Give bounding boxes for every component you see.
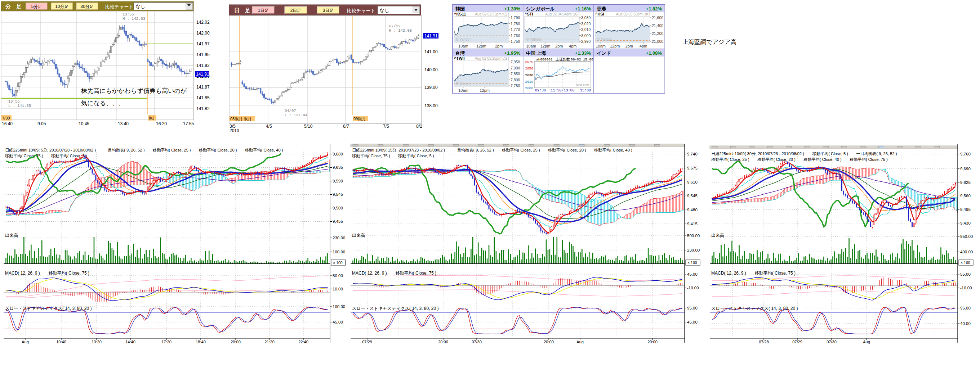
svg-text:13:55: 13:55: [123, 12, 134, 17]
svg-text:2日足: 2日足: [290, 8, 302, 13]
svg-text:+1.16%: +1.16%: [575, 6, 591, 11]
svg-text:9:05: 9:05: [37, 121, 46, 126]
svg-text:日 足: 日 足: [234, 7, 250, 14]
svg-text:© Yahoo!: © Yahoo!: [456, 38, 471, 41]
svg-text:株先高にもかかわらず債券も高いのが: 株先高にもかかわらず債券も高いのが: [81, 87, 187, 94]
svg-text:Aug 02 03:58pm HKT: Aug 02 03:58pm HKT: [616, 12, 651, 16]
svg-text:141.87: 141.87: [196, 85, 210, 90]
svg-text:スロー・ストキャスティクス( 14, 3, 80, 20 ): スロー・ストキャスティクス( 14, 3, 80, 20 ): [5, 306, 92, 311]
svg-text:L : 137.94: L : 137.94: [285, 113, 307, 117]
svg-text:Aug: Aug: [576, 340, 584, 344]
svg-text:2,990: 2,990: [581, 39, 590, 44]
svg-text:10.00: 10.00: [332, 287, 343, 291]
svg-text:L : 141.85: L : 141.85: [8, 104, 31, 108]
svg-text:16:55: 16:55: [8, 99, 20, 104]
svg-text:日経225mini 10/09( 15分, 2010/07/: 日経225mini 10/09( 15分, 2010/07/23 - 2010/…: [352, 148, 632, 152]
svg-text:出来高: 出来高: [352, 233, 365, 238]
svg-text:5/10: 5/10: [304, 124, 313, 129]
svg-text:9,675: 9,675: [687, 166, 698, 170]
svg-text:9,455: 9,455: [332, 219, 343, 223]
svg-text:4/5: 4/5: [266, 124, 272, 129]
svg-text:上海堅調でアジア高: 上海堅調でアジア高: [682, 38, 737, 45]
svg-text:4pm: 4pm: [569, 44, 576, 48]
svg-text:20:00: 20:00: [438, 340, 448, 344]
svg-text:50.00: 50.00: [332, 274, 343, 278]
svg-text:MACD( 12, 26, 9 ) 移動平均( Close: MACD( 12, 26, 9 ) 移動平均( Close, 75 ): [711, 271, 795, 276]
svg-text:55.00: 55.00: [960, 272, 970, 276]
svg-text:© Yahoo!: © Yahoo!: [597, 38, 612, 41]
svg-text:18:40: 18:40: [196, 340, 206, 344]
svg-text:45.00: 45.00: [687, 272, 698, 276]
svg-text:950.00: 950.00: [960, 234, 973, 239]
svg-text:9,545: 9,545: [332, 192, 343, 196]
svg-text:10分足: 10分足: [55, 4, 68, 9]
svg-text:出来高: 出来高: [711, 233, 724, 238]
svg-text:21:20: 21:20: [264, 340, 275, 344]
svg-text:14:40: 14:40: [126, 340, 135, 344]
svg-text:8/2: 8/2: [416, 124, 422, 129]
svg-text:95.00: 95.00: [687, 306, 698, 310]
svg-text:11:30/13:00: 11:30/13:00: [550, 89, 574, 92]
svg-text:9,495: 9,495: [960, 207, 970, 212]
svg-text:+1.30%: +1.30%: [504, 6, 520, 11]
svg-text:20:00: 20:00: [544, 340, 554, 344]
svg-text:142.00: 142.00: [196, 31, 210, 36]
svg-text:2600: 2600: [525, 86, 533, 90]
svg-text:7/5: 7/5: [383, 124, 389, 129]
svg-text:2010: 2010: [229, 128, 239, 133]
svg-text:Aug 02 04:54pm SGT: Aug 02 04:54pm SGT: [545, 12, 580, 16]
svg-text:10am: 10am: [458, 44, 468, 48]
svg-text:141.85: 141.85: [196, 95, 210, 100]
svg-text:スロー・ストキャスティクス( 14, 3, 80, 20 ): スロー・ストキャスティクス( 14, 3, 80, 20 ): [711, 306, 798, 311]
svg-text:なし: なし: [380, 8, 390, 13]
svg-text:7,750: 7,750: [511, 84, 520, 88]
svg-text:9,740: 9,740: [687, 152, 698, 156]
svg-text:500.00: 500.00: [687, 234, 700, 238]
svg-text:9,690: 9,690: [960, 167, 970, 171]
svg-text:× 100: × 100: [687, 261, 697, 265]
svg-text:12pm: 12pm: [476, 44, 487, 48]
svg-text:Aug: Aug: [22, 340, 29, 344]
svg-text:1日足: 1日足: [258, 8, 269, 13]
svg-text:12pm: 12pm: [610, 44, 620, 48]
svg-text:1,790: 1,790: [511, 16, 520, 20]
svg-text:9,480: 9,480: [687, 208, 698, 212]
svg-text:21,400: 21,400: [652, 24, 663, 28]
svg-text:+1.95%: +1.95%: [504, 51, 520, 56]
svg-text:9,610: 9,610: [687, 180, 698, 184]
svg-text:7,950: 7,950: [511, 60, 520, 64]
svg-text:移動平均( Close, 25 ) 移動平均( Close: 移動平均( Close, 25 ) 移動平均( Close, 20 ) 移動平均…: [711, 157, 888, 161]
svg-text:2675: 2675: [525, 60, 533, 64]
svg-text:2638: 2638: [525, 73, 533, 78]
svg-text:10am: 10am: [458, 88, 468, 92]
svg-text:3,020: 3,020: [581, 22, 590, 26]
svg-text:^HSI: ^HSI: [595, 12, 604, 16]
svg-text:© Yahoo!: © Yahoo!: [527, 38, 541, 41]
svg-text:138.00: 138.00: [425, 103, 438, 108]
svg-text:22:40: 22:40: [298, 340, 309, 344]
svg-text:12pm: 12pm: [541, 44, 550, 48]
svg-text:230.00: 230.00: [687, 248, 700, 252]
svg-text:1,760: 1,760: [511, 33, 520, 38]
svg-text:移動平均( Close, 75 ) 移動平均( Close: 移動平均( Close, 75 ) 移動平均( Close, 5 ): [5, 153, 87, 158]
svg-text:10:45: 10:45: [78, 121, 89, 126]
svg-text:04/07: 04/07: [285, 109, 296, 113]
svg-text:20:00: 20:00: [231, 340, 241, 344]
svg-text:比較チャート: 比較チャート: [105, 4, 134, 9]
svg-text:2619: 2619: [525, 80, 533, 84]
svg-text:9,560: 9,560: [960, 194, 970, 198]
svg-text:7,800: 7,800: [511, 78, 520, 82]
svg-text:3,030: 3,030: [581, 16, 590, 20]
svg-text:1,770: 1,770: [511, 27, 520, 32]
svg-text:移動平均( Close, 75 ) 移動平均( Close: 移動平均( Close, 75 ) 移動平均( Close, 5 ): [352, 153, 434, 158]
svg-text:Aug 02 02:55pm KST: Aug 02 02:55pm KST: [475, 12, 509, 16]
svg-text:13:40: 13:40: [118, 121, 129, 126]
svg-text:141.82: 141.82: [196, 106, 210, 111]
svg-text:9,680: 9,680: [332, 152, 343, 156]
svg-text:09限月: 09限月: [353, 117, 366, 121]
svg-text:MACD( 12, 26, 9 ) 移動平均( Close: MACD( 12, 26, 9 ) 移動平均( Close, 75 ): [5, 271, 89, 276]
svg-text:香港: 香港: [596, 6, 606, 11]
svg-text:10am: 10am: [595, 44, 606, 48]
svg-text:16:40: 16:40: [2, 121, 13, 126]
svg-text:07/30: 07/30: [472, 340, 482, 344]
